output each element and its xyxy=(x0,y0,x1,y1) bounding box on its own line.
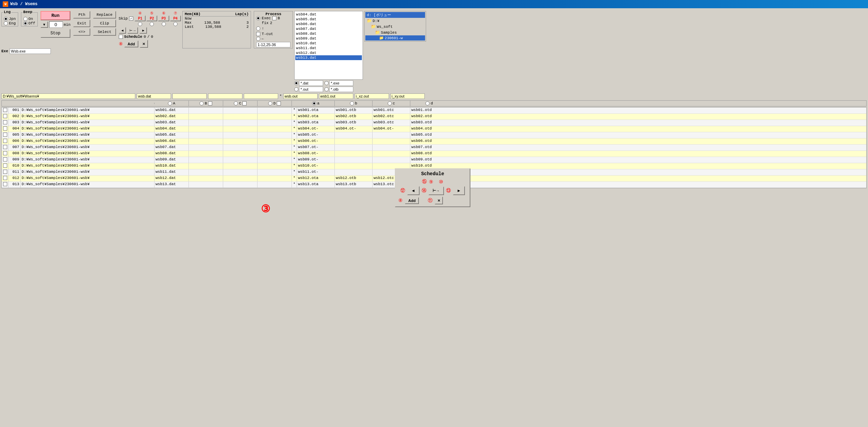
b-input[interactable] xyxy=(172,93,207,99)
table-row[interactable]: 009 D:¥Ws_soft¥Samples¥230601-wsb¥ wsb09… xyxy=(2,157,866,163)
x-button[interactable]: × xyxy=(140,40,148,48)
lng-eng-item[interactable]: Eng xyxy=(4,21,16,25)
td-checkbox[interactable] xyxy=(2,138,9,144)
td-checkbox[interactable] xyxy=(2,176,9,181)
filter-otb-radio[interactable] xyxy=(324,87,329,91)
file-item-wsb09[interactable]: wsb09.dat xyxy=(295,36,362,41)
p2-radio[interactable] xyxy=(150,22,154,26)
col-c-check[interactable] xyxy=(242,101,247,105)
path-input[interactable] xyxy=(1,93,135,99)
filter-otb[interactable] xyxy=(324,87,353,92)
col-d-radio[interactable] xyxy=(268,101,272,105)
select-button[interactable]: Select xyxy=(93,28,116,36)
add-button[interactable]: Add xyxy=(124,41,138,47)
schedule-range-input[interactable] xyxy=(256,42,290,47)
tree-230601[interactable]: 📁 230601-w xyxy=(365,35,425,41)
clip-button[interactable]: Clip xyxy=(93,20,116,27)
file-item-wsb08[interactable]: wsb08.dat xyxy=(295,31,362,36)
popup-nav-left-btn[interactable]: ◄ xyxy=(407,186,420,195)
file-item-wsb07[interactable]: wsb07.dat xyxy=(295,26,362,31)
file-item-wsb04[interactable]: wsb04.dat xyxy=(295,12,362,17)
tcut-checkbox[interactable] xyxy=(256,32,260,36)
td-checkbox[interactable] xyxy=(2,182,9,188)
td-checkbox[interactable] xyxy=(2,132,9,138)
col-c-radio[interactable] xyxy=(234,101,238,105)
filter-otb-input[interactable] xyxy=(329,87,353,92)
beep-off-item[interactable]: Off xyxy=(23,21,35,25)
table-row[interactable]: 001 D:¥Ws_soft¥Samples¥230601-wsb¥ wsb01… xyxy=(2,108,866,114)
filter-dat-radio[interactable] xyxy=(294,81,298,85)
td-checkbox[interactable] xyxy=(2,126,9,132)
file-item-wsb10[interactable]: wsb10.dat xyxy=(295,41,362,46)
td-checkbox[interactable] xyxy=(2,114,9,120)
out2-input[interactable] xyxy=(319,93,353,99)
tree-samples[interactable]: 📁 Samples xyxy=(365,30,425,35)
arrows-button[interactable]: <=> xyxy=(73,28,90,36)
p4-radio[interactable] xyxy=(173,22,178,26)
lng-eng-radio[interactable] xyxy=(4,21,8,25)
pth-button[interactable]: Pth xyxy=(73,11,90,19)
d-input[interactable] xyxy=(244,93,278,99)
popup-nav-right-btn[interactable]: ► xyxy=(453,186,465,195)
left-radio[interactable] xyxy=(256,37,260,41)
minute-input[interactable] xyxy=(49,21,63,28)
col-d2-radio[interactable] xyxy=(425,101,430,105)
file-item-wsb12[interactable]: wsb12.dat xyxy=(295,50,362,55)
p2-button[interactable]: P2 xyxy=(146,15,157,21)
run-button[interactable]: Run xyxy=(41,11,71,20)
file-item-wsb06[interactable]: wsb06.dat xyxy=(295,22,362,26)
td-checkbox[interactable] xyxy=(2,108,9,113)
filter-exe-radio[interactable] xyxy=(324,81,329,85)
col-a2-radio[interactable] xyxy=(312,101,316,105)
file-item-wsb11[interactable]: wsb11.dat xyxy=(295,46,362,50)
schedule-checkbox[interactable] xyxy=(119,35,123,39)
exe-input[interactable] xyxy=(10,48,51,54)
lng-jpn-radio[interactable] xyxy=(4,17,8,21)
table-row[interactable]: 008 D:¥Ws_soft¥Samples¥230601-wsb¥ wsb08… xyxy=(2,151,866,157)
td-checkbox[interactable] xyxy=(2,169,9,175)
td-checkbox[interactable] xyxy=(2,145,9,150)
col-b2-radio[interactable] xyxy=(350,101,354,105)
col-a-radio[interactable] xyxy=(168,101,172,105)
tree-d[interactable]: 📁 D:¥ xyxy=(365,18,425,24)
dat-input[interactable] xyxy=(137,93,171,99)
table-row[interactable]: 005 D:¥Ws_soft¥Samples¥230601-wsb¥ wsb05… xyxy=(2,132,866,138)
table-row[interactable]: 003 D:¥Ws_soft¥Samples¥230601-wsb¥ wsb03… xyxy=(2,120,866,126)
col-b-check[interactable] xyxy=(208,101,212,105)
beep-on-item[interactable]: On xyxy=(23,17,35,21)
up-radio[interactable] xyxy=(256,26,260,31)
popup-nav-skip-btn[interactable]: ⊢→ xyxy=(429,187,444,195)
popup-add-button[interactable]: Add xyxy=(405,197,419,204)
c-input[interactable] xyxy=(208,93,242,99)
nav-right-skip-btn[interactable]: ⊢→ xyxy=(127,27,138,34)
replace-button[interactable]: Replace xyxy=(93,11,116,19)
filter-exe-input[interactable] xyxy=(329,80,353,86)
exit-button[interactable]: Exit xyxy=(73,20,90,27)
filter-out[interactable] xyxy=(294,87,323,92)
table-row[interactable]: 002 D:¥Ws_soft¥Samples¥230601-wsb¥ wsb02… xyxy=(2,114,866,120)
out1-input[interactable] xyxy=(283,93,318,99)
p1-radio[interactable] xyxy=(138,22,142,26)
col-c2-radio[interactable] xyxy=(388,101,392,105)
tree-wssoft[interactable]: 📁 Ws_soft xyxy=(365,24,425,30)
td-checkbox[interactable] xyxy=(2,163,9,169)
p1-button[interactable]: P1 xyxy=(135,15,146,21)
down-arrow-btn[interactable]: ▼ xyxy=(41,21,48,28)
out3-input[interactable] xyxy=(355,93,389,99)
col-b-radio[interactable] xyxy=(199,101,204,105)
beep-off-radio[interactable] xyxy=(23,21,27,25)
col-d-check[interactable] xyxy=(277,101,281,105)
p3-radio[interactable] xyxy=(162,22,166,26)
nav-left-btn[interactable]: ◄ xyxy=(119,27,126,34)
beep-on-radio[interactable] xyxy=(23,17,27,21)
td-checkbox[interactable] xyxy=(2,151,9,157)
file-item-wsb05[interactable]: wsb05.dat xyxy=(295,17,362,22)
td-checkbox[interactable] xyxy=(2,120,9,126)
nav-right-btn[interactable]: ► xyxy=(139,27,147,34)
out4-input[interactable] xyxy=(390,93,425,99)
lng-jpn-item[interactable]: Jpn xyxy=(4,17,16,21)
exec-radio[interactable] xyxy=(256,16,260,20)
p4-button[interactable]: P4 xyxy=(170,15,181,21)
filter-dat-input[interactable] xyxy=(299,80,323,86)
td-checkbox[interactable] xyxy=(2,157,9,163)
